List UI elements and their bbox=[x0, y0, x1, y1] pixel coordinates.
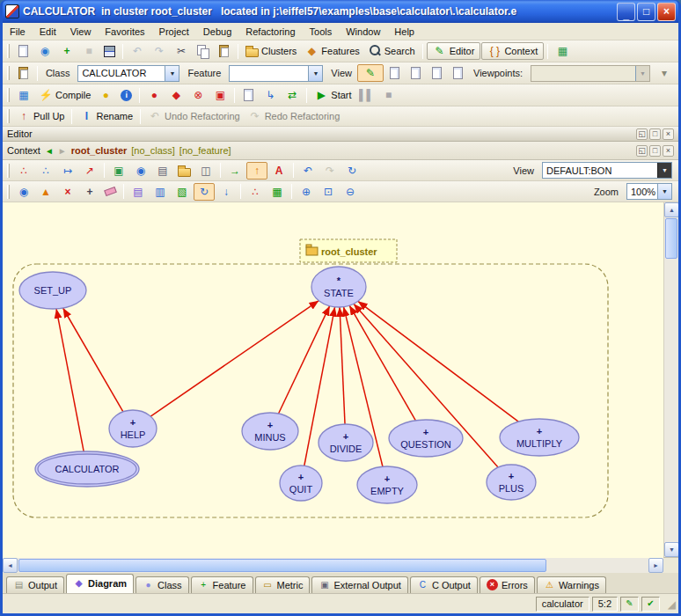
search-button[interactable]: Search bbox=[364, 42, 419, 60]
contract-view-button[interactable] bbox=[427, 65, 447, 81]
undo-refactoring-button[interactable]: ↶Undo Refactoring bbox=[144, 107, 244, 125]
diagram-node-set_up[interactable]: SET_UP bbox=[19, 272, 86, 309]
menu-view[interactable]: View bbox=[63, 24, 99, 40]
context-back-button[interactable]: ◄ bbox=[45, 146, 54, 156]
show-ancestors-button[interactable]: ↑ bbox=[246, 162, 267, 180]
cluster-legend-button[interactable]: ∴ bbox=[35, 162, 56, 180]
diagram-refresh-button[interactable]: ↻ bbox=[341, 162, 362, 180]
delete-item-button[interactable]: × bbox=[57, 183, 78, 201]
vertical-scrollbar[interactable]: ▲ ▼ bbox=[663, 202, 678, 557]
diagram-node-multiply[interactable]: +MULTIPLY bbox=[500, 419, 579, 456]
diagram-node-minus[interactable]: +MINUS bbox=[242, 413, 298, 450]
eraser-button[interactable] bbox=[101, 187, 120, 196]
circle-layout-button[interactable]: ▧ bbox=[172, 183, 193, 201]
new-diagram-window-button[interactable]: ▦ bbox=[552, 42, 573, 60]
cut-button[interactable]: ✂ bbox=[171, 42, 192, 60]
zoom-out-button[interactable]: ⊖ bbox=[340, 183, 361, 201]
zoom-fit-button[interactable]: ⊡ bbox=[318, 183, 339, 201]
cluster-label[interactable]: root_cluster bbox=[300, 239, 397, 262]
cluster-layout-button[interactable]: ▤ bbox=[128, 183, 149, 201]
maximize-pane-button[interactable]: □ bbox=[649, 145, 661, 157]
tab-feature[interactable]: +Feature bbox=[191, 576, 253, 593]
scroll-right-button[interactable]: ► bbox=[648, 558, 663, 573]
jump-button[interactable]: ↳ bbox=[260, 86, 281, 104]
vertical-scroll-thumb[interactable] bbox=[665, 218, 677, 259]
viewpoints-combo[interactable]: ▼ bbox=[531, 65, 650, 82]
compile-button[interactable]: ⚡Compile bbox=[35, 86, 94, 104]
zoom-combo-dropdown-arrow[interactable]: ▼ bbox=[657, 184, 671, 199]
add-class-button[interactable]: + bbox=[56, 42, 77, 60]
clipboard-tool-button[interactable] bbox=[13, 65, 33, 81]
clickable-view-button[interactable] bbox=[384, 65, 405, 81]
project-tree-button[interactable]: ▦ bbox=[13, 86, 34, 104]
diagram-canvas[interactable]: SET_UP*STATE+HELPCALCULATOR+MINUS+QUIT+D… bbox=[3, 202, 663, 558]
diagram-node-state[interactable]: *STATE bbox=[311, 267, 366, 307]
inheritance-link-button[interactable]: ↗ bbox=[79, 162, 100, 180]
horizontal-scroll-track[interactable] bbox=[547, 558, 648, 573]
freeze-button[interactable]: ◆ bbox=[165, 86, 187, 104]
menu-file[interactable]: File bbox=[3, 24, 33, 40]
pause-button[interactable]: ▌▌ bbox=[356, 86, 377, 104]
melt-button[interactable]: ● bbox=[143, 86, 165, 104]
client-supplier-link-button[interactable]: ↦ bbox=[57, 162, 78, 180]
maximize-button[interactable]: □ bbox=[637, 3, 655, 21]
anchor-button[interactable]: + bbox=[79, 183, 100, 201]
context-button[interactable]: { }Context bbox=[481, 42, 544, 60]
diagram-undo-button[interactable]: ↶ bbox=[297, 162, 319, 180]
features-button[interactable]: ◆Features bbox=[301, 42, 362, 60]
diagram-node-quit[interactable]: +QUIT bbox=[280, 466, 322, 501]
horizontal-scroll-thumb[interactable] bbox=[18, 559, 546, 572]
open-project-button[interactable]: ◉ bbox=[34, 42, 55, 60]
resize-grip[interactable]: ◢ bbox=[663, 598, 676, 611]
basic-text-view-button[interactable]: ✎ bbox=[357, 64, 384, 82]
flat-view-button[interactable] bbox=[406, 65, 426, 81]
finalize-button[interactable]: ⊗ bbox=[187, 86, 209, 104]
maximize-pane-button[interactable]: □ bbox=[649, 128, 661, 140]
save-button[interactable] bbox=[100, 44, 119, 59]
vertical-scroll-track[interactable] bbox=[664, 260, 678, 542]
paste-button[interactable] bbox=[214, 43, 234, 59]
zoom-in-button[interactable]: ⊕ bbox=[296, 183, 317, 201]
scroll-left-button[interactable]: ◄ bbox=[3, 558, 18, 573]
diagram-redo-button[interactable]: ↷ bbox=[319, 162, 340, 180]
force-layout-button[interactable]: ◉ bbox=[13, 183, 34, 201]
menu-edit[interactable]: Edit bbox=[33, 24, 63, 40]
tab-warnings[interactable]: ⚠Warnings bbox=[537, 576, 606, 593]
redo-button[interactable]: ↷ bbox=[149, 42, 170, 60]
interface-view-button[interactable] bbox=[448, 65, 468, 81]
close-pane-button[interactable]: × bbox=[663, 128, 674, 140]
start-button[interactable]: ▶Start bbox=[311, 86, 355, 104]
melted-key-button[interactable]: ● bbox=[95, 86, 116, 104]
viewpoints-combo-dropdown-arrow[interactable]: ▼ bbox=[635, 66, 649, 81]
context-forward-button[interactable]: ► bbox=[58, 146, 67, 156]
horizontal-scrollbar[interactable]: ◄ ► bbox=[3, 558, 678, 573]
close-pane-button[interactable]: × bbox=[663, 145, 674, 157]
go-to-parent-cluster-button[interactable]: → bbox=[224, 162, 245, 180]
export-image-button[interactable]: ▣ bbox=[108, 162, 129, 180]
menu-favorites[interactable]: Favorites bbox=[98, 24, 151, 40]
print-diagram-button[interactable]: ▤ bbox=[152, 162, 173, 180]
toolbar-overflow-button[interactable]: ▾ bbox=[654, 64, 675, 82]
diagram-node-help[interactable]: +HELP bbox=[109, 410, 157, 447]
undock-pane-button[interactable]: ◱ bbox=[636, 128, 648, 140]
export-html-button[interactable]: ◉ bbox=[130, 162, 151, 180]
console-button[interactable] bbox=[238, 87, 259, 103]
grid-settings-button[interactable]: ▦ bbox=[267, 183, 288, 201]
undo-button[interactable]: ↶ bbox=[127, 42, 148, 60]
menu-window[interactable]: Window bbox=[339, 24, 387, 40]
class-legend-button[interactable]: ∴ bbox=[13, 162, 34, 180]
class-combo[interactable]: CALCULATOR▼ bbox=[77, 65, 179, 82]
diagram-node-plus[interactable]: +PLUS bbox=[487, 465, 536, 500]
clusters-button[interactable]: Clusters bbox=[242, 43, 300, 59]
diagram-node-empty[interactable]: +EMPTY bbox=[357, 466, 417, 503]
undock-pane-button[interactable]: ◱ bbox=[636, 145, 648, 157]
sort-classes-button[interactable]: ↓ bbox=[216, 183, 237, 201]
context-cluster-crumb[interactable]: root_cluster bbox=[71, 145, 128, 156]
menu-help[interactable]: Help bbox=[387, 24, 421, 40]
tab-output[interactable]: ▤Output bbox=[6, 576, 64, 593]
menu-refactoring[interactable]: Refactoring bbox=[238, 24, 302, 40]
open-cluster-button[interactable] bbox=[174, 163, 194, 179]
stop-debug-button[interactable]: ■ bbox=[378, 86, 399, 104]
menu-debug[interactable]: Debug bbox=[196, 24, 238, 40]
menu-project[interactable]: Project bbox=[152, 24, 196, 40]
